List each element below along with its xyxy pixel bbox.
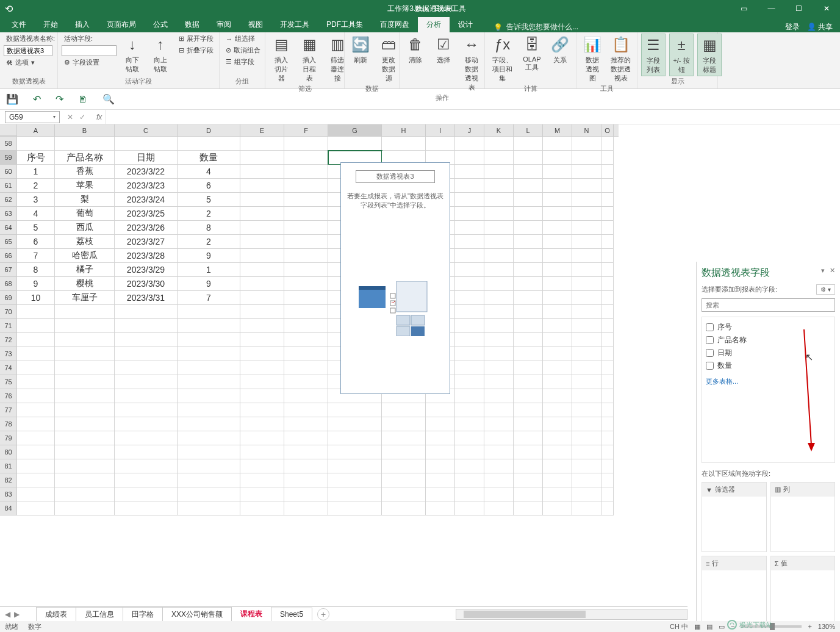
cell[interactable] — [55, 473, 115, 487]
cell[interactable] — [240, 431, 284, 445]
row-header[interactable]: 81 — [0, 459, 17, 473]
cell[interactable] — [240, 249, 284, 263]
cell[interactable] — [115, 319, 178, 333]
cell[interactable] — [543, 151, 572, 165]
cell[interactable] — [115, 417, 178, 431]
view-page-icon[interactable]: ▤ — [706, 623, 713, 631]
tab-review[interactable]: 审阅 — [208, 17, 240, 32]
cell[interactable] — [382, 501, 426, 515]
share-button[interactable]: 👤 共享 — [807, 22, 833, 32]
cell[interactable] — [115, 305, 178, 319]
cell[interactable] — [514, 263, 543, 277]
cell[interactable] — [284, 207, 328, 221]
cell[interactable] — [601, 179, 614, 193]
cell[interactable] — [601, 305, 614, 319]
ungroup-button[interactable]: ⊘ 取消组合 — [223, 45, 261, 56]
cell[interactable] — [178, 137, 240, 151]
cell[interactable] — [382, 403, 426, 417]
cell[interactable] — [543, 277, 572, 291]
cell[interactable] — [240, 487, 284, 501]
cell[interactable] — [284, 445, 328, 459]
field-checkbox[interactable] — [706, 336, 714, 344]
field-label[interactable]: 数量 — [717, 361, 732, 371]
cell[interactable] — [240, 333, 284, 347]
cell[interactable] — [382, 417, 426, 431]
cell[interactable] — [240, 207, 284, 221]
cell[interactable] — [115, 473, 178, 487]
cell[interactable] — [543, 361, 572, 375]
collapse-field-button[interactable]: ⊟ 折叠字段 — [176, 45, 216, 56]
cell[interactable] — [484, 375, 514, 389]
col-header[interactable]: O — [601, 124, 614, 136]
col-header[interactable]: G — [328, 124, 382, 136]
cell[interactable] — [484, 487, 514, 501]
cell[interactable] — [572, 235, 601, 249]
row-header[interactable]: 70 — [0, 305, 17, 319]
cell[interactable] — [284, 403, 328, 417]
col-header[interactable]: B — [55, 124, 115, 136]
row-header[interactable]: 61 — [0, 179, 17, 193]
cell[interactable] — [284, 305, 328, 319]
cell[interactable] — [572, 207, 601, 221]
row-header[interactable]: 64 — [0, 221, 17, 235]
cell[interactable] — [572, 151, 601, 165]
row-header[interactable]: 63 — [0, 207, 17, 221]
cell[interactable] — [514, 193, 543, 207]
cell[interactable] — [426, 445, 455, 459]
pivot-name-input[interactable] — [4, 45, 52, 56]
cell[interactable] — [55, 403, 115, 417]
col-header[interactable]: F — [284, 124, 328, 136]
cell[interactable] — [601, 319, 614, 333]
cell[interactable] — [426, 137, 455, 151]
filter-drop-zone[interactable]: ▼ 筛选器 — [702, 482, 767, 552]
col-header[interactable]: K — [484, 124, 514, 136]
cell[interactable] — [572, 249, 601, 263]
cell[interactable] — [572, 501, 601, 515]
cell[interactable] — [484, 277, 514, 291]
cell[interactable]: 樱桃 — [55, 277, 115, 291]
cell[interactable] — [328, 403, 382, 417]
cell[interactable] — [455, 375, 484, 389]
cell[interactable] — [543, 403, 572, 417]
options-button[interactable]: 🛠 选项 ▾ — [4, 57, 54, 68]
maximize-icon[interactable]: ☐ — [785, 0, 813, 17]
cell[interactable] — [572, 347, 601, 361]
cell[interactable] — [455, 193, 484, 207]
cell[interactable] — [572, 459, 601, 473]
cell[interactable] — [455, 431, 484, 445]
cell[interactable] — [115, 333, 178, 347]
autosave-icon[interactable]: ⟲ — [5, 3, 13, 15]
col-header[interactable]: I — [426, 124, 455, 136]
cell[interactable]: 2 — [17, 179, 55, 193]
cell[interactable] — [17, 347, 55, 361]
cell[interactable] — [284, 361, 328, 375]
cell[interactable] — [328, 473, 382, 487]
cell[interactable] — [284, 221, 328, 235]
cell[interactable] — [17, 445, 55, 459]
row-header[interactable]: 65 — [0, 235, 17, 249]
cell[interactable] — [328, 501, 382, 515]
cell[interactable] — [572, 221, 601, 235]
row-header[interactable]: 73 — [0, 347, 17, 361]
cell[interactable] — [55, 333, 115, 347]
sheet-tab[interactable]: 课程表 — [231, 606, 271, 622]
cell[interactable] — [17, 403, 55, 417]
row-header[interactable]: 67 — [0, 263, 17, 277]
cell[interactable] — [284, 473, 328, 487]
cell[interactable] — [382, 445, 426, 459]
tab-developer[interactable]: 开发工具 — [271, 17, 318, 32]
drill-up-button[interactable]: ↑向上钻取 — [148, 34, 173, 75]
cell[interactable] — [514, 235, 543, 249]
olap-tools-button[interactable]: 🗄OLAP 工具 — [520, 34, 544, 73]
col-header[interactable]: D — [178, 124, 240, 136]
cell[interactable] — [55, 319, 115, 333]
cell[interactable] — [572, 291, 601, 305]
cell[interactable] — [601, 249, 614, 263]
cell[interactable] — [484, 291, 514, 305]
row-header[interactable]: 84 — [0, 501, 17, 515]
col-header[interactable]: H — [382, 124, 426, 136]
cell[interactable] — [543, 137, 572, 151]
cell[interactable] — [572, 417, 601, 431]
col-header[interactable]: A — [17, 124, 55, 136]
spreadsheet-grid[interactable]: A B C D E F G H I J K L M N O 5859序号产品名称… — [0, 124, 619, 545]
